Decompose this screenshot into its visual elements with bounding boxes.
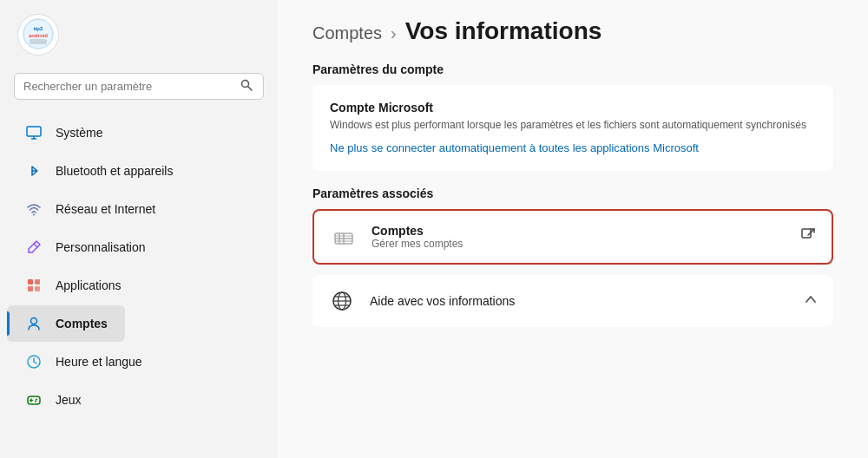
comptes-item-subtitle: Gérer mes comptes bbox=[372, 238, 786, 250]
aide-item[interactable]: Aide avec vos informations bbox=[312, 275, 833, 327]
microsoft-account-desc: Windows est plus performant lorsque les … bbox=[330, 118, 816, 133]
sidebar-item-systeme[interactable]: Système bbox=[7, 114, 120, 151]
breadcrumb-separator: › bbox=[391, 23, 397, 43]
bluetooth-icon bbox=[24, 161, 43, 180]
nav-item-wrapper-personnalisation: Personnalisation bbox=[0, 228, 278, 266]
sidebar-item-applications[interactable]: Applications bbox=[7, 267, 139, 304]
svg-text:android: android bbox=[29, 33, 48, 38]
svg-rect-11 bbox=[28, 279, 33, 285]
svg-rect-3 bbox=[30, 39, 47, 44]
svg-text:tip2: tip2 bbox=[34, 26, 43, 31]
aide-section: Aide avec vos informations bbox=[312, 275, 833, 327]
sidebar-item-jeux[interactable]: Jeux bbox=[7, 382, 99, 418]
sidebar-item-heure[interactable]: Heure et langue bbox=[7, 344, 160, 380]
svg-rect-6 bbox=[27, 127, 41, 136]
nav-item-wrapper-reseau: Réseau et Internet bbox=[0, 190, 278, 228]
section-parametres-compte: Paramètres du compte bbox=[312, 62, 833, 76]
aide-item-title: Aide avec vos informations bbox=[370, 294, 790, 308]
search-box[interactable] bbox=[14, 73, 264, 100]
sidebar-item-label-jeux: Jeux bbox=[56, 393, 82, 407]
sidebar-item-personnalisation[interactable]: Personnalisation bbox=[7, 229, 163, 265]
svg-rect-14 bbox=[35, 286, 40, 291]
sidebar-item-label-reseau: Réseau et Internet bbox=[56, 202, 155, 216]
sidebar-item-reseau[interactable]: Réseau et Internet bbox=[7, 191, 173, 227]
gamepad-icon bbox=[24, 390, 43, 409]
section-parametres-associes: Paramètres associés bbox=[312, 186, 833, 200]
nav-item-wrapper-comptes: Comptes bbox=[0, 304, 278, 343]
nav-item-wrapper-jeux: Jeux bbox=[0, 381, 278, 419]
person-icon bbox=[24, 314, 43, 333]
microsoft-disconnect-link[interactable]: Ne plus se connecter automatiquement à t… bbox=[330, 141, 699, 154]
nav-item-wrapper-heure: Heure et langue bbox=[0, 343, 278, 381]
clock-icon bbox=[24, 352, 43, 371]
apps-icon bbox=[24, 276, 43, 295]
sidebar-item-label-applications: Applications bbox=[56, 278, 122, 292]
sidebar-item-bluetooth[interactable]: Bluetooth et appareils bbox=[7, 153, 190, 189]
comptes-associated-item[interactable]: Comptes Gérer mes comptes bbox=[312, 209, 833, 265]
sidebar-item-label-bluetooth: Bluetooth et appareils bbox=[56, 164, 173, 178]
chevron-up-icon bbox=[804, 292, 818, 309]
comptes-item-icon bbox=[330, 223, 358, 251]
search-button[interactable] bbox=[239, 79, 254, 94]
svg-point-23 bbox=[35, 401, 36, 402]
wifi-icon bbox=[24, 200, 43, 219]
sidebar: tip2 android bbox=[0, 0, 278, 458]
logo: tip2 android bbox=[17, 14, 59, 56]
svg-point-9 bbox=[33, 214, 35, 216]
svg-line-18 bbox=[34, 362, 36, 363]
svg-rect-13 bbox=[28, 286, 33, 291]
svg-line-5 bbox=[248, 87, 253, 91]
microsoft-account-title: Compte Microsoft bbox=[330, 101, 816, 114]
external-link-icon bbox=[800, 227, 816, 246]
nav-item-wrapper-applications: Applications bbox=[0, 266, 278, 304]
nav-item-wrapper-bluetooth: Bluetooth et appareils bbox=[0, 152, 278, 190]
brush-icon bbox=[24, 238, 43, 257]
comptes-item-title: Comptes bbox=[372, 224, 786, 238]
main-content: Comptes › Vos informations Paramètres du… bbox=[278, 0, 868, 458]
sidebar-item-comptes[interactable]: Comptes bbox=[7, 305, 125, 342]
nav-list: Système Bluetooth et appareils bbox=[0, 114, 278, 458]
sidebar-logo-area: tip2 android bbox=[0, 0, 278, 66]
microsoft-account-card: Compte Microsoft Windows est plus perfor… bbox=[312, 85, 833, 171]
svg-rect-12 bbox=[35, 279, 40, 285]
sidebar-item-label-comptes: Comptes bbox=[56, 317, 108, 330]
nav-item-wrapper-systeme: Système bbox=[0, 114, 278, 152]
sidebar-item-label-systeme: Système bbox=[56, 126, 102, 140]
breadcrumb-parent: Comptes bbox=[312, 23, 382, 43]
monitor-icon bbox=[24, 123, 43, 142]
sidebar-item-label-personnalisation: Personnalisation bbox=[56, 240, 146, 254]
svg-line-10 bbox=[34, 244, 37, 247]
svg-point-15 bbox=[31, 318, 37, 324]
globe-icon bbox=[328, 287, 356, 315]
sidebar-item-label-heure: Heure et langue bbox=[56, 355, 142, 369]
search-input[interactable] bbox=[23, 80, 239, 93]
svg-point-22 bbox=[36, 399, 37, 401]
comptes-item-text: Comptes Gérer mes comptes bbox=[372, 224, 786, 250]
page-title: Vos informations bbox=[405, 17, 602, 45]
